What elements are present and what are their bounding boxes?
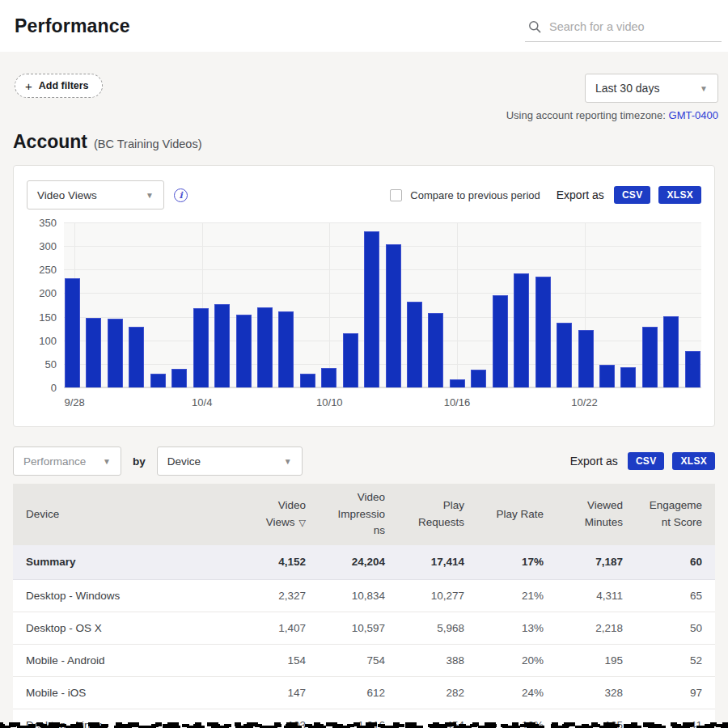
filters-row: + Add filters Last 30 days ▼ Using accou… <box>13 74 715 121</box>
chart-bar-9-28[interactable] <box>65 278 80 387</box>
chevron-down-icon: ▼ <box>700 84 708 93</box>
value-cell: 24% <box>477 676 557 709</box>
export-xlsx-button[interactable]: XLSX <box>658 186 701 204</box>
device-cell: Desktop - Linux <box>13 709 239 728</box>
chart-bar-10-18[interactable] <box>493 295 508 387</box>
chart-bar-10-5[interactable] <box>214 304 230 387</box>
chart-bar-10-6[interactable] <box>236 315 252 387</box>
table-row: Mobile - iOS14761228224%32897 <box>13 676 715 709</box>
chart-bar-10-10[interactable] <box>321 368 336 387</box>
date-range-select[interactable]: Last 30 days ▼ <box>585 74 718 103</box>
value-cell: 388 <box>398 644 477 676</box>
summary-row: Summary4,15224,20417,41417%7,18760 <box>13 545 715 579</box>
x-axis-tick-label: 9/28 <box>64 396 84 408</box>
add-filters-label: Add filters <box>39 80 89 91</box>
chart-bar-10-13[interactable] <box>386 244 401 387</box>
table-row: Mobile - Android15475438820%19552 <box>13 644 715 676</box>
timezone-prefix: Using account reporting timezone: <box>506 109 666 121</box>
value-cell: 50 <box>636 612 715 644</box>
compare-checkbox[interactable] <box>390 189 402 201</box>
dimension-select[interactable]: Performance ▼ <box>13 447 121 476</box>
value-cell: 1,407 <box>239 612 319 644</box>
metric-select[interactable]: Video Views ▼ <box>27 180 164 210</box>
chart-bar-10-4[interactable] <box>193 308 209 387</box>
column-header-video-impressions: Video Impressions <box>319 484 398 545</box>
chart-bar-10-23[interactable] <box>599 365 615 387</box>
column-header-video-views[interactable]: Video Views ▽ <box>239 484 319 545</box>
device-cell: Mobile - iOS <box>13 676 239 709</box>
value-cell: 10,834 <box>319 579 398 612</box>
chart-bar-10-14[interactable] <box>407 302 422 387</box>
chart-bar-10-24[interactable] <box>620 367 636 387</box>
dimension-select-value: Performance <box>23 455 86 468</box>
x-axis-tick-label: 10/22 <box>571 396 598 408</box>
account-heading-row: Account (BC Training Videos) <box>13 131 715 153</box>
chart-bar-10-15[interactable] <box>428 313 443 387</box>
chart-bar-10-25[interactable] <box>642 327 658 387</box>
value-cell: 60 <box>636 545 715 579</box>
chart-bar-9-30[interactable] <box>108 319 123 387</box>
chart-bar-10-19[interactable] <box>514 273 529 387</box>
chart-bar-10-2[interactable] <box>150 374 166 387</box>
column-header-viewed-minutes: Viewed Minutes <box>557 484 636 545</box>
chevron-down-icon: ▼ <box>103 457 111 466</box>
column-header-device: Device <box>13 484 239 545</box>
export-as-label: Export as <box>570 455 618 468</box>
chart-bar-10-17[interactable] <box>471 370 486 387</box>
by-label: by <box>133 455 146 468</box>
plus-icon: + <box>25 79 32 93</box>
export-csv-button[interactable]: CSV <box>614 186 651 204</box>
value-cell: 97 <box>636 676 715 709</box>
chart-bar-10-1[interactable] <box>129 327 144 387</box>
chart-plot <box>64 222 701 387</box>
chart-bar-10-16[interactable] <box>450 379 465 387</box>
value-cell: 1,016 <box>319 709 398 728</box>
device-cell: Desktop - Windows <box>13 579 239 612</box>
add-filters-button[interactable]: + Add filters <box>15 74 103 98</box>
value-cell: 7,187 <box>557 545 636 579</box>
table-export-xlsx-button[interactable]: XLSX <box>672 452 715 470</box>
group-by-select-value: Device <box>167 455 201 468</box>
date-range-value: Last 30 days <box>595 82 659 95</box>
group-by-select[interactable]: Device ▼ <box>157 447 303 476</box>
x-axis-tick-label: 10/4 <box>192 396 212 408</box>
table-export-csv-button[interactable]: CSV <box>628 452 665 470</box>
y-axis-tick-label: 150 <box>39 311 57 323</box>
chart-bar-10-21[interactable] <box>557 323 572 387</box>
chart-bar-9-29[interactable] <box>86 318 101 387</box>
chart-bar-10-26[interactable] <box>663 316 679 387</box>
x-axis-tick-label: 10/10 <box>316 396 343 408</box>
video-search[interactable] <box>525 15 722 42</box>
chart-bar-10-27[interactable] <box>685 351 700 387</box>
chart-bar-10-12[interactable] <box>364 231 379 388</box>
video-views-chart: 050100150200250300350 9/2810/410/1010/16… <box>27 222 701 410</box>
chart-bar-10-7[interactable] <box>257 307 273 387</box>
y-axis-tick-label: 50 <box>45 358 57 370</box>
sort-descending-icon[interactable]: ▽ <box>296 518 306 527</box>
table-row: Desktop - Linux1031,01645410%12541 <box>13 709 715 728</box>
chart-bar-10-20[interactable] <box>535 277 551 387</box>
chart-bar-10-8[interactable] <box>278 311 294 387</box>
value-cell: 10,597 <box>319 612 398 644</box>
chart-bar-10-9[interactable] <box>300 374 315 387</box>
info-icon[interactable]: i <box>174 188 188 202</box>
chart-bar-10-22[interactable] <box>578 330 594 387</box>
search-input[interactable] <box>549 20 718 33</box>
y-axis-tick-label: 250 <box>39 264 57 276</box>
value-cell: 17% <box>477 545 557 579</box>
timezone-link[interactable]: GMT-0400 <box>669 109 718 121</box>
value-cell: 52 <box>636 644 715 676</box>
search-icon <box>528 20 541 33</box>
value-cell: 147 <box>239 676 319 709</box>
timezone-note: Using account reporting timezone: GMT-04… <box>506 109 718 121</box>
y-axis-tick-label: 350 <box>39 217 57 229</box>
chart-y-axis: 050100150200250300350 <box>27 222 64 387</box>
metric-select-value: Video Views <box>37 189 97 201</box>
value-cell: 2,327 <box>239 579 319 612</box>
chart-bar-10-11[interactable] <box>343 333 358 387</box>
value-cell: 10% <box>477 709 557 728</box>
chart-bar-10-3[interactable] <box>171 369 187 387</box>
value-cell: 195 <box>557 644 636 676</box>
column-header-play-requests: Play Requests <box>398 484 477 545</box>
value-cell: 328 <box>557 676 636 709</box>
